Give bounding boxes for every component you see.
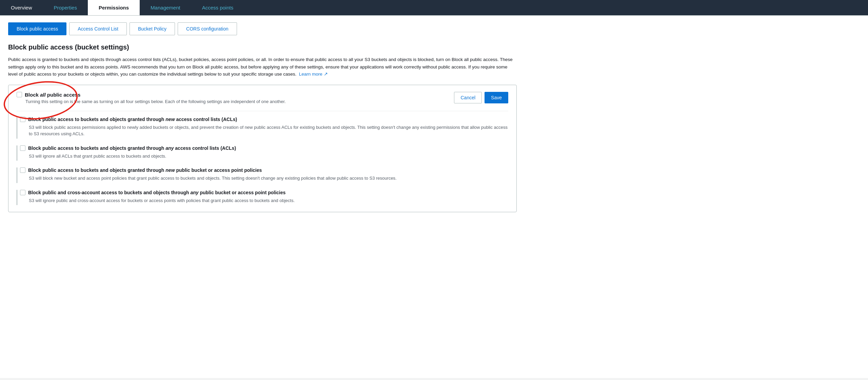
subtab-bucket-policy[interactable]: Bucket Policy [130,22,175,35]
setting-3-description: S3 will block new bucket and access poin… [29,175,508,182]
subtab-block-public-access[interactable]: Block public access [8,22,66,35]
setting-1-label: Block public access to buckets and objec… [28,117,237,122]
tab-overview[interactable]: Overview [0,0,43,15]
setting-4-description: S3 will ignore public and cross-account … [29,197,508,204]
block-all-checkbox[interactable] [17,92,22,97]
setting-3-checkbox[interactable] [20,167,25,173]
main-content: Block public access Access Control List … [0,16,868,378]
block-all-description: Turning this setting on is the same as t… [25,99,286,104]
tab-access-points[interactable]: Access points [191,0,244,15]
cancel-button[interactable]: Cancel [454,92,482,103]
subtab-cors[interactable]: CORS configuration [178,22,237,35]
block-all-title: Block all public access [17,92,286,98]
setting-1-description: S3 will block public access permissions … [29,124,508,137]
sub-tab-bar: Block public access Access Control List … [8,22,860,35]
top-navigation: Overview Properties Permissions Manageme… [0,0,868,16]
subtab-acl[interactable]: Access Control List [69,22,127,35]
setting-2-description: S3 will ignore all ACLs that grant publi… [29,153,508,160]
block-all-label: Block all public access [25,92,80,98]
setting-item-3: Block public access to buckets and objec… [17,167,508,183]
page-title: Block public access (bucket settings) [8,43,860,51]
setting-1-checkbox[interactable] [20,117,25,122]
tab-permissions[interactable]: Permissions [88,0,140,15]
setting-3-label: Block public access to buckets and objec… [28,167,262,173]
action-buttons: Cancel Save [454,92,508,103]
setting-item-1: Block public access to buckets and objec… [17,117,508,139]
setting-2-label: Block public access to buckets and objec… [28,145,236,151]
block-all-row: Block all public access Turning this set… [17,92,508,104]
block-all-left: Block all public access Turning this set… [17,92,286,104]
setting-3-title: Block public access to buckets and objec… [20,167,508,173]
setting-4-title: Block public and cross-account access to… [20,190,508,195]
learn-more-link[interactable]: Learn more ↗ [299,72,328,77]
setting-2-checkbox[interactable] [20,145,25,151]
setting-4-checkbox[interactable] [20,190,25,195]
setting-item-4: Block public and cross-account access to… [17,190,508,205]
setting-4-label: Block public and cross-account access to… [28,190,285,195]
settings-card: Block all public access Turning this set… [8,85,517,213]
setting-1-title: Block public access to buckets and objec… [20,117,508,122]
divider [17,111,508,111]
tab-properties[interactable]: Properties [43,0,88,15]
save-button[interactable]: Save [485,92,508,103]
tab-management[interactable]: Management [140,0,191,15]
page-description: Public access is granted to buckets and … [8,56,517,78]
setting-2-title: Block public access to buckets and objec… [20,145,508,151]
setting-item-2: Block public access to buckets and objec… [17,145,508,161]
